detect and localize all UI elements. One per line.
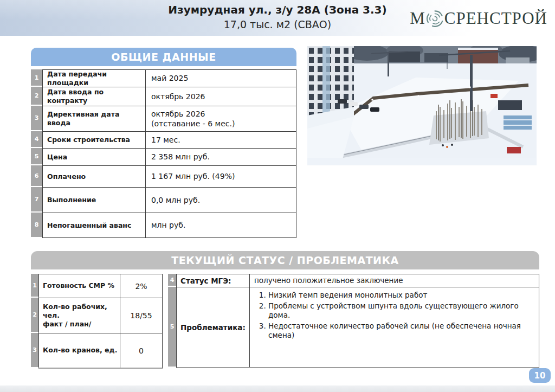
row-number: 1 [31,69,42,87]
table-row: Готовность СМР % 2% [39,274,162,298]
construction-site-photo [307,46,537,165]
row-number: 2 [31,87,42,106]
table-row: Статус МГЭ: получено положительное заклю… [177,274,539,287]
problems-list: Низкий темп ведения монолитных работ Про… [254,291,522,340]
row-number: 7 [31,187,42,213]
table-row: Проблематика: Низкий темп ведения моноли… [177,287,539,367]
status-metrics-table: 1 2 3 Готовность СМР % 2% Кол-во рабочих… [31,274,163,369]
row-number: 2 [31,298,38,333]
row-value: 18/55 [120,298,162,333]
row-value: 2 358 млн руб. [146,149,296,165]
slide-footer-strip [0,385,555,392]
page-number-badge: 10 [529,368,551,383]
row-label: Сроки строительства [43,132,146,148]
row-value: май 2025 [146,70,296,87]
current-status-section: ТЕКУЩИЙ СТАТУС / ПРОБЛЕМАТИКА 1 2 3 Гото… [31,251,539,368]
row-label: Кол-во рабочих, чел. факт / план/ [39,298,120,333]
row-number: 3 [31,333,38,367]
row-number: 1 [31,274,38,298]
row-label: Оплачено [43,166,146,187]
row-value: 0 [120,333,162,368]
logo-letter-m: М [410,9,425,28]
logo-vortex-icon [426,10,444,28]
row-value: 0,0 млн руб. [146,188,296,213]
problem-item: Проблемы с устройством шпунта вдоль суще… [268,301,522,320]
row-value: 17 мес. [146,132,296,148]
status-details-table: 4 5 Статус МГЭ: получено положительное з… [168,274,539,368]
row-number: 4 [31,131,42,148]
row-number: 4 [168,274,176,287]
table-row: Выполнение 0,0 млн руб. [43,188,296,213]
row-label: Статус МГЭ: [177,274,250,287]
row-value: млн руб. [146,213,296,237]
row-label: Непогашенный аванс [43,213,146,237]
row-number: 5 [168,287,176,367]
row-label: Выполнение [43,188,146,213]
row-value: получено положительное заключение [250,274,539,287]
row-value: октябрь 2026 (отставание - 6 мес.) [146,106,296,131]
status-metrics-number-column: 1 2 3 [31,274,38,369]
status-details-number-column: 4 5 [168,274,176,368]
general-data-table: Дата передачи площадки май 2025 Дата вво… [42,69,296,238]
table-row: Кол-во рабочих, чел. факт / план/ 18/55 [39,298,162,333]
table-row: Непогашенный аванс млн руб. [43,213,296,237]
problems-cell: Низкий темп ведения монолитных работ Про… [250,287,539,367]
row-label: Готовность СМР % [39,274,120,298]
row-number: 5 [31,148,42,165]
table-row: Дата передачи площадки май 2025 [43,70,296,87]
row-value: 1 167 млн руб. (49%) [146,166,296,187]
table-row: Цена 2 358 млн руб. [43,149,296,166]
general-data-section: ОБЩИЕ ДАННЫЕ 1 2 3 4 5 6 7 8 Дата переда… [31,48,296,238]
row-number: 3 [31,106,42,131]
row-label: Кол-во кранов, ед. [39,333,120,368]
problem-item: Низкий темп ведения монолитных работ [268,291,522,300]
general-data-number-column: 1 2 3 4 5 6 7 8 [31,69,42,238]
row-value: 2% [120,274,162,298]
row-label: Дата передачи площадки [43,70,146,87]
table-row: Кол-во кранов, ед. 0 [39,333,162,368]
table-row: Директивная дата ввода октябрь 2026 (отс… [43,106,296,132]
general-data-header: ОБЩИЕ ДАННЫЕ [31,48,296,66]
row-number: 6 [31,165,42,187]
row-value: октябрь 2026 [146,87,296,106]
table-row: Дата ввода по контракту октябрь 2026 [43,87,296,106]
row-label: Директивная дата ввода [43,106,146,131]
current-status-header: ТЕКУЩИЙ СТАТУС / ПРОБЛЕМАТИКА [31,251,539,269]
table-row: Сроки строительства 17 мес. [43,132,296,149]
row-label: Цена [43,149,146,165]
table-row: Оплачено 1 167 млн руб. (49%) [43,166,296,188]
logo-text: СРЕНСТРОЙ [444,9,547,28]
row-number: 8 [31,213,42,237]
mosrenstroy-logo: М СРЕНСТРОЙ [410,7,547,30]
row-label: Дата ввода по контракту [43,87,146,106]
row-label: Проблематика: [177,287,250,367]
winter-construction-illustration [307,46,537,165]
problem-item: Недостаточное количество рабочей силы (н… [268,322,522,340]
